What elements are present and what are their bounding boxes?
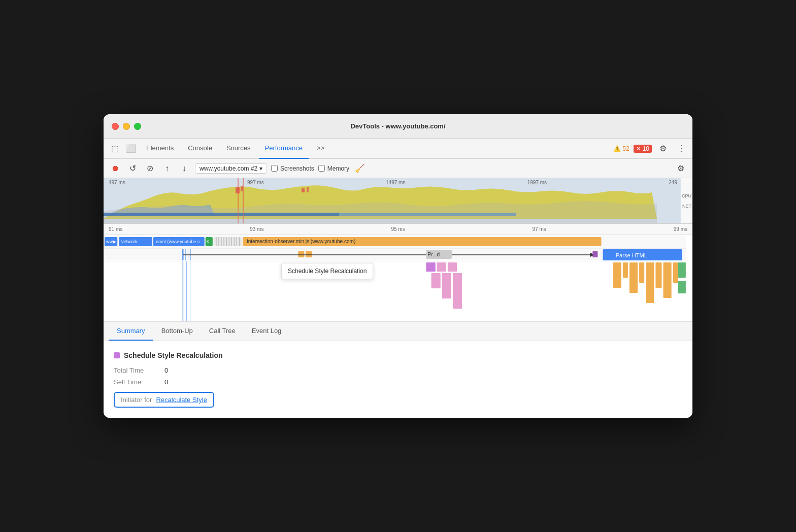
marker-5: 249	[669, 180, 677, 185]
marker-3: 1497 ms	[386, 180, 405, 185]
upload-button[interactable]: ↑	[160, 162, 174, 175]
tooltip: Schedule Style Recalculation	[281, 263, 373, 279]
svg-rect-44	[592, 251, 598, 257]
svg-text:Network: Network	[120, 239, 138, 244]
download-button[interactable]: ↓	[178, 162, 191, 175]
svg-text:K: K	[207, 239, 210, 244]
tab-performance[interactable]: Performance	[259, 139, 309, 159]
screenshots-checkbox-group: Screenshots	[271, 165, 314, 172]
tab-elements[interactable]: Elements	[140, 139, 180, 159]
reload-button[interactable]: ↺	[126, 162, 139, 175]
initiator-box: Initiator for Recalculate Style	[114, 392, 214, 408]
devtools-window: DevTools - www.youtube.com/ ⬚ ⬜ Elements…	[104, 114, 692, 418]
recalculate-style-link[interactable]: Recalculate Style	[156, 396, 207, 404]
svg-rect-56	[442, 273, 451, 298]
total-time-row: Total Time 0	[114, 367, 682, 374]
time-ruler: 91 ms 93 ms 95 ms 97 ms 99 ms	[104, 224, 692, 235]
bottom-panel: Summary Bottom-Up Call Tree Event Log Sc…	[104, 321, 692, 418]
main-toolbar: ⬚ ⬜ Elements Console Sources Performance…	[104, 139, 692, 159]
clear-button[interactable]: ⊘	[143, 162, 156, 175]
total-time-value: 0	[164, 367, 168, 374]
total-time-label: Total Time	[114, 367, 164, 374]
svg-rect-39	[306, 251, 312, 257]
memory-label: Memory	[327, 165, 349, 172]
svg-rect-60	[629, 262, 638, 293]
perf-settings-icon[interactable]: ⚙	[674, 162, 687, 175]
bottom-tabs: Summary Bottom-Up Call Tree Event Log	[104, 322, 692, 341]
svg-rect-19	[214, 237, 242, 246]
summary-title: Schedule Style Recalculation	[114, 351, 682, 359]
svg-rect-4	[302, 188, 305, 192]
marker-1: 497 ms	[109, 180, 125, 185]
initiator-label: Initiator for	[121, 396, 152, 404]
svg-rect-63	[655, 262, 661, 288]
url-select[interactable]: www.youtube.com #2 ▾	[195, 163, 267, 174]
tab-call-tree[interactable]: Call Tree	[201, 322, 244, 341]
self-time-row: Self Time 0	[114, 378, 682, 386]
svg-text:Parse HTML: Parse HTML	[616, 252, 647, 258]
svg-rect-67	[678, 281, 686, 293]
tab-event-log[interactable]: Event Log	[244, 322, 290, 341]
svg-rect-64	[664, 262, 672, 298]
close-button[interactable]	[112, 123, 119, 130]
tab-console[interactable]: Console	[182, 139, 218, 159]
timeline-overview[interactable]: CPU NET 497 ms 997 ms 1497 ms 1997 ms 24…	[104, 178, 692, 224]
traffic-lights	[112, 123, 141, 130]
chevron-down-icon: ▾	[259, 165, 262, 172]
svg-rect-48	[104, 261, 686, 321]
svg-text:intersection-observer.min.js (: intersection-observer.min.js (www.youtub…	[247, 239, 355, 244]
tab-more[interactable]: >>	[311, 139, 330, 159]
toolbar-right: ⚠️ 52 ✕ 10 ⚙ ⋮	[613, 142, 688, 156]
screenshots-checkbox[interactable]	[271, 165, 278, 172]
cpu-label: CPU	[682, 193, 691, 198]
self-time-label: Self Time	[114, 378, 164, 386]
svg-rect-62	[646, 262, 654, 303]
perf-toolbar: ⏺ ↺ ⊘ ↑ ↓ www.youtube.com #2 ▾ Screensho…	[104, 159, 692, 178]
tooltip-text: Schedule Style Recalculation	[288, 268, 367, 275]
error-icon: ✕	[636, 145, 641, 152]
window-title: DevTools - www.youtube.com/	[350, 122, 445, 130]
svg-rect-2	[236, 187, 240, 193]
tab-sources[interactable]: Sources	[220, 139, 257, 159]
svg-rect-54	[448, 262, 457, 272]
screenshots-label: Screenshots	[280, 165, 314, 172]
svg-rect-5	[307, 187, 309, 192]
minimize-button[interactable]	[123, 123, 130, 130]
svg-rect-53	[437, 262, 446, 272]
svg-text:Pr...d: Pr...d	[428, 252, 440, 257]
memory-checkbox[interactable]	[318, 165, 325, 172]
svg-rect-65	[673, 262, 678, 283]
net-label: NET	[682, 204, 691, 209]
ruler-99: 99 ms	[674, 226, 687, 232]
svg-text:.com/ (www.youtube.c: .com/ (www.youtube.c	[155, 239, 200, 244]
flame-chart[interactable]: ww▶ Network .com/ (www.youtube.c K	[104, 235, 692, 321]
more-options-icon[interactable]: ⋮	[674, 142, 688, 156]
ruler-97: 97 ms	[533, 226, 546, 232]
device-toolbar-icon[interactable]: ⬜	[124, 142, 138, 156]
ruler-marks: 91 ms 93 ms 95 ms 97 ms 99 ms	[106, 226, 690, 232]
url-select-text: www.youtube.com #2	[200, 165, 257, 172]
summary-title-text: Schedule Style Recalculation	[124, 351, 223, 359]
svg-rect-58	[613, 262, 621, 288]
svg-rect-68	[426, 262, 435, 272]
marker-4: 1997 ms	[527, 180, 547, 185]
ruler-93: 93 ms	[250, 226, 263, 232]
main-timeline: 91 ms 93 ms 95 ms 97 ms 99 ms ww▶ Networ…	[104, 224, 692, 321]
record-button[interactable]: ⏺	[109, 162, 122, 175]
svg-text:ww▶: ww▶	[106, 239, 116, 244]
cleanup-icon[interactable]: 🧹	[353, 162, 367, 175]
svg-rect-59	[623, 262, 628, 278]
ruler-95: 95 ms	[391, 226, 405, 232]
settings-icon[interactable]: ⚙	[656, 142, 670, 156]
svg-rect-57	[453, 273, 462, 309]
self-time-value: 0	[164, 378, 168, 386]
warning-icon: ⚠️	[613, 145, 621, 152]
warning-badge: ⚠️ 52	[613, 145, 629, 152]
tab-bottom-up[interactable]: Bottom-Up	[153, 322, 201, 341]
svg-rect-38	[298, 251, 304, 257]
maximize-button[interactable]	[134, 123, 141, 130]
svg-rect-61	[639, 262, 644, 283]
cursor-icon[interactable]: ⬚	[108, 142, 122, 156]
tab-summary[interactable]: Summary	[109, 322, 153, 341]
marker-2: 997 ms	[247, 180, 264, 185]
